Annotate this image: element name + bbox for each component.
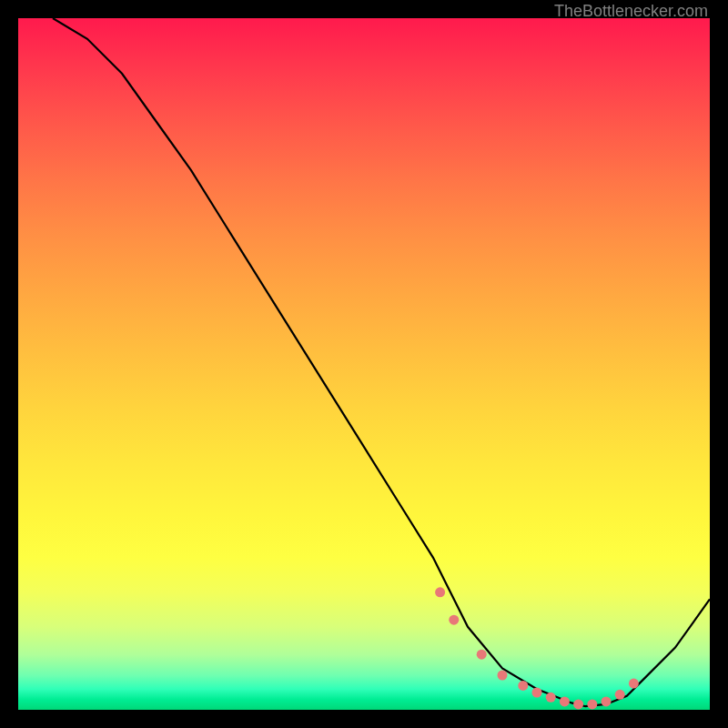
chart-svg [18, 18, 710, 710]
highlight-dot [629, 679, 639, 689]
highlight-dot [435, 587, 445, 597]
watermark-text: TheBottlenecker.com [554, 2, 708, 21]
curve-group [53, 18, 710, 709]
highlight-dot [587, 699, 597, 709]
highlight-dot [615, 690, 625, 700]
highlight-dot [532, 688, 542, 698]
highlight-dot [477, 650, 487, 660]
highlight-dot [573, 699, 583, 709]
chart-area [18, 18, 710, 710]
highlight-dot [546, 693, 556, 703]
highlight-dots [435, 587, 639, 709]
highlight-dot [498, 671, 508, 681]
bottleneck-curve [53, 18, 710, 706]
highlight-dot [602, 696, 612, 706]
highlight-dot [518, 681, 528, 691]
highlight-dot [560, 696, 570, 706]
highlight-dot [449, 615, 459, 625]
